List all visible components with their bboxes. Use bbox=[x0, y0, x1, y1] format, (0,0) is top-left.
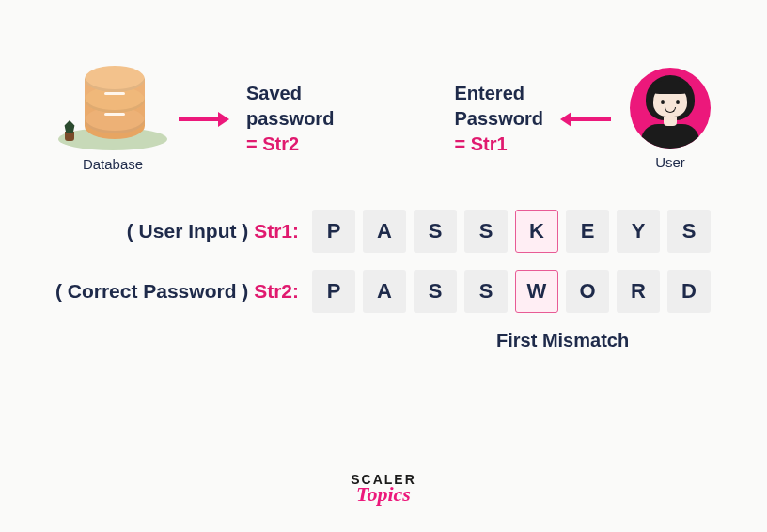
saved-line2: password bbox=[246, 106, 334, 132]
user-group: Entered Password = Str1 User bbox=[455, 68, 711, 170]
arrow-left-icon bbox=[560, 110, 613, 129]
char-cell: R bbox=[617, 270, 660, 313]
char-cell: P bbox=[312, 270, 355, 313]
row2-label: ( Correct Password ) Str2: bbox=[55, 280, 299, 303]
saved-password-label: Saved password = Str2 bbox=[246, 81, 334, 157]
char-cell: W bbox=[515, 270, 558, 313]
arrow-right-icon bbox=[177, 110, 229, 129]
entered-line2: Password bbox=[455, 106, 543, 132]
char-cell: Y bbox=[617, 210, 660, 253]
row-correct-password: ( Correct Password ) Str2: PASSWORD bbox=[0, 270, 711, 313]
database-group: Database Saved password = Str2 bbox=[66, 66, 334, 172]
char-cell: P bbox=[312, 210, 355, 253]
comparison-rows: ( User Input ) Str1: PASSKEYS ( Correct … bbox=[0, 200, 767, 352]
row2-str: Str2: bbox=[254, 280, 299, 302]
logo-line2: Topics bbox=[351, 485, 416, 504]
user-block: User bbox=[630, 68, 711, 170]
row1-paren: ( User Input ) bbox=[127, 220, 249, 242]
char-cell: S bbox=[414, 270, 457, 313]
svg-marker-3 bbox=[560, 112, 571, 127]
row2-paren: ( Correct Password ) bbox=[55, 280, 248, 302]
row1-cells: PASSKEYS bbox=[312, 210, 711, 253]
char-cell: O bbox=[566, 270, 609, 313]
char-cell: A bbox=[363, 270, 406, 313]
row1-str: Str1: bbox=[254, 220, 299, 242]
top-row: Database Saved password = Str2 Entered P… bbox=[0, 0, 767, 200]
entered-line1: Entered bbox=[455, 81, 543, 106]
saved-line1: Saved bbox=[246, 81, 334, 106]
user-caption: User bbox=[655, 154, 685, 170]
user-avatar-icon bbox=[630, 68, 711, 149]
entered-password-label: Entered Password = Str1 bbox=[455, 81, 543, 157]
row2-cells: PASSWORD bbox=[312, 270, 711, 313]
first-mismatch-label: First Mismatch bbox=[496, 330, 711, 352]
svg-marker-1 bbox=[218, 112, 229, 127]
char-cell: D bbox=[667, 270, 711, 313]
database-icon bbox=[66, 66, 160, 150]
row-user-input: ( User Input ) Str1: PASSKEYS bbox=[0, 210, 711, 253]
saved-eq: = Str2 bbox=[246, 132, 334, 157]
char-cell: S bbox=[414, 210, 457, 253]
scaler-topics-logo: SCALER Topics bbox=[351, 474, 416, 504]
char-cell: S bbox=[464, 270, 508, 313]
char-cell: A bbox=[363, 210, 406, 253]
char-cell: S bbox=[464, 210, 508, 253]
row1-label: ( User Input ) Str1: bbox=[127, 220, 299, 243]
database-block: Database bbox=[66, 66, 160, 172]
char-cell: E bbox=[566, 210, 609, 253]
entered-eq: = Str1 bbox=[455, 132, 543, 157]
char-cell: K bbox=[515, 210, 558, 253]
char-cell: S bbox=[667, 210, 711, 253]
database-caption: Database bbox=[83, 156, 143, 172]
